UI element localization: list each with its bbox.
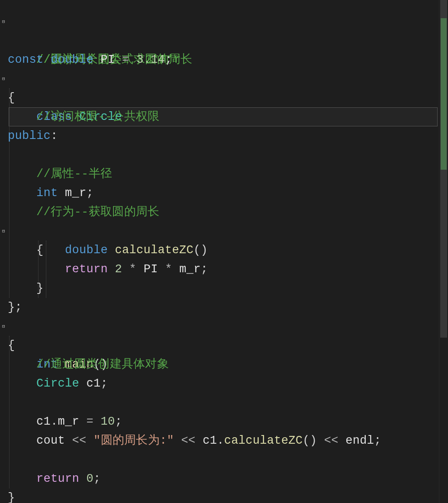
keyword: int bbox=[36, 187, 58, 200]
punctuation: ; bbox=[115, 415, 122, 428]
fold-collapse-icon[interactable]: ⊟ bbox=[1, 222, 6, 241]
operator: = bbox=[87, 415, 94, 428]
keyword: public bbox=[8, 129, 51, 142]
identifier: endl bbox=[345, 434, 374, 447]
punctuation: ; bbox=[374, 434, 381, 447]
comment: //访问权限--公共权限 bbox=[36, 110, 159, 123]
code-line[interactable]: //行为--获取圆的周长 bbox=[8, 203, 439, 222]
code-line[interactable]: { bbox=[8, 88, 439, 107]
code-line[interactable]: { bbox=[8, 241, 439, 260]
code-line[interactable] bbox=[8, 393, 439, 412]
identifier: PI bbox=[144, 263, 158, 276]
operator: * bbox=[165, 263, 172, 276]
code-line[interactable]: //访问权限--公共权限 bbox=[8, 107, 439, 126]
code-line[interactable]: }; bbox=[8, 298, 439, 317]
code-line[interactable]: ⊟ double calculateZC() bbox=[8, 222, 439, 241]
operator: * bbox=[129, 263, 137, 276]
function-name: calculateZC bbox=[224, 434, 303, 447]
string-literal: "圆的周长为:" bbox=[93, 434, 174, 447]
brace: } bbox=[8, 491, 15, 503]
brace: { bbox=[8, 91, 15, 104]
keyword: double bbox=[51, 53, 93, 66]
number-literal: 10 bbox=[101, 415, 115, 428]
number-literal: 0 bbox=[87, 472, 94, 485]
identifier: cout bbox=[36, 434, 65, 447]
brace: }; bbox=[8, 301, 22, 314]
punctuation: ; bbox=[93, 472, 101, 485]
code-line[interactable]: ⊟ //设计一个圆类，求圆的周长 bbox=[8, 12, 439, 31]
brace: { bbox=[36, 244, 44, 257]
identifier: PI bbox=[101, 53, 115, 66]
identifier: m_r bbox=[58, 415, 80, 428]
code-line[interactable]: Circle c1; bbox=[8, 374, 439, 393]
code-line[interactable]: public: bbox=[8, 126, 439, 145]
number-literal: 3.14 bbox=[136, 53, 165, 66]
punctuation: ; bbox=[165, 53, 172, 66]
parentheses: () bbox=[303, 434, 317, 447]
code-line[interactable]: ⊟ class Circle bbox=[8, 69, 439, 88]
punctuation: : bbox=[51, 129, 58, 142]
fold-collapse-icon[interactable]: ⊟ bbox=[1, 317, 6, 336]
operator: << bbox=[72, 434, 87, 447]
code-line[interactable]: //属性--半径 bbox=[8, 164, 439, 184]
code-line[interactable] bbox=[8, 145, 439, 164]
code-line[interactable]: } bbox=[8, 279, 439, 298]
code-line[interactable]: c1.m_r = 10; bbox=[8, 412, 439, 431]
operator: << bbox=[324, 434, 338, 447]
operator: . bbox=[51, 415, 58, 428]
code-line[interactable] bbox=[8, 450, 439, 469]
vertical-scrollbar[interactable] bbox=[439, 0, 448, 503]
code-line[interactable]: cout << "圆的周长为:" << c1.calculateZC() << … bbox=[8, 431, 439, 450]
brace: } bbox=[36, 282, 44, 295]
punctuation: ; bbox=[101, 377, 108, 390]
code-line[interactable]: ⊟ int main() bbox=[8, 317, 439, 336]
keyword: return bbox=[65, 263, 108, 276]
code-line[interactable]: //通过圆类创建具体对象 bbox=[8, 355, 439, 374]
code-line[interactable]: return 0; bbox=[8, 469, 439, 488]
identifier: m_r bbox=[179, 263, 201, 276]
code-line[interactable]: return 2 * PI * m_r; bbox=[8, 260, 439, 279]
fold-collapse-icon[interactable]: ⊟ bbox=[1, 69, 6, 88]
punctuation: ; bbox=[201, 263, 208, 276]
class-name: Circle bbox=[36, 377, 79, 390]
brace: { bbox=[8, 339, 15, 352]
identifier: c1 bbox=[87, 377, 101, 390]
comment: //通过圆类创建具体对象 bbox=[36, 358, 169, 371]
code-line[interactable]: int m_r; bbox=[8, 184, 439, 203]
code-line[interactable]: } bbox=[8, 488, 439, 503]
code-editor[interactable]: ⊟ //设计一个圆类，求圆的周长 //圆求周长的公式：2*Π*r const d… bbox=[0, 0, 439, 503]
number-literal: 2 bbox=[115, 263, 122, 276]
code-line[interactable]: { bbox=[8, 336, 439, 355]
operator: . bbox=[217, 434, 224, 447]
code-line[interactable]: //圆求周长的公式：2*Π*r bbox=[8, 31, 439, 50]
punctuation: ; bbox=[87, 187, 94, 200]
fold-collapse-icon[interactable]: ⊟ bbox=[1, 12, 6, 31]
comment: //行为--获取圆的周长 bbox=[36, 206, 159, 219]
comment: //属性--半径 bbox=[36, 168, 112, 181]
identifier: c1 bbox=[203, 434, 217, 447]
identifier: c1 bbox=[36, 415, 51, 428]
operator: << bbox=[181, 434, 196, 447]
keyword: return bbox=[36, 472, 79, 485]
keyword: const bbox=[8, 53, 44, 66]
code-line[interactable]: const double PI = 3.14; bbox=[8, 50, 439, 69]
operator: = bbox=[122, 53, 129, 66]
identifier: m_r bbox=[65, 187, 87, 200]
scrollbar-thumb[interactable] bbox=[440, 0, 447, 338]
